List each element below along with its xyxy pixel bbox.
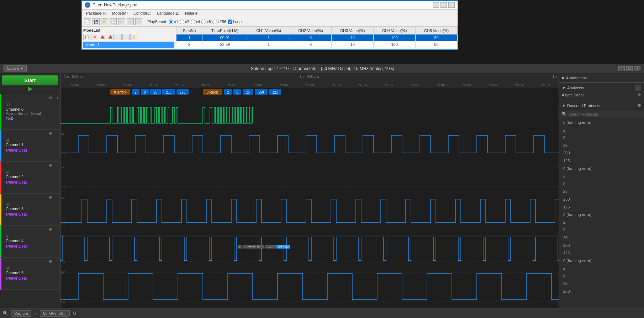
analyzers-label: Analyzers [567,86,584,90]
speed-x256-option[interactable]: x256 [212,20,226,24]
analyzers-section: ▼ Analyzers + Async Serial ⚙ [559,83,644,101]
channel-2-gear[interactable]: ⚙ [49,163,52,168]
channel-2-label: 02 Channel 2 PWM CH2 ⚙ [0,162,60,194]
pled-window: PLed-NewPackage.pmf – □ ✕ Package(F) Mod… [81,0,458,50]
channel-3-gear[interactable]: ⚙ [49,195,52,200]
mode-item[interactable]: Mode_1 [83,42,174,48]
loop-option[interactable]: Loop [228,20,242,24]
decoded-arrow: ▼ [562,104,566,108]
save-button[interactable]: 💾 [93,18,100,25]
channel-4-label: 04 Channel 4 PWM CH4 ⚙ [0,226,60,258]
list-item: 250 [559,288,644,296]
speed-x1-option[interactable]: x1 [169,20,178,24]
search-icon: 🔍 [562,112,567,116]
svg-text:250: 250 [258,90,264,94]
playspeed-label: PlaySpeed: [147,20,167,24]
channel-0-gear[interactable]: ⚙ [49,96,52,100]
ml-import-button[interactable]: 📥 [107,34,114,40]
channel-1-gear[interactable]: ⚙ [49,131,52,136]
menu-language[interactable]: Language(L) [154,10,182,16]
maximize-button[interactable]: □ [440,2,447,8]
ml-copy-button[interactable]: 📋 [83,34,90,40]
ml-export-button[interactable]: 📤 [99,34,106,40]
ml-up-button[interactable]: ↑ [115,34,122,40]
play-button[interactable]: ▶ [118,18,125,25]
col-ch5: CH5 Value(%) [416,27,458,35]
table-row[interactable]: 2 23:59 1 0 10 100 50 [176,41,458,48]
cell-time: 00:01 [202,35,248,41]
start-button[interactable]: Start [2,75,58,85]
channel-4-gear[interactable]: ⚙ [49,227,52,232]
analyzer-settings-icon[interactable]: ⚙ [638,92,641,97]
speed-x8-option[interactable]: x8 [201,20,211,24]
search-protocols-input[interactable] [568,112,641,116]
modelist-title: ModeList [83,28,174,32]
minimize-button[interactable]: – [433,2,439,8]
ml-fx-button[interactable]: ⚡ [130,34,137,40]
ml-delete-button[interactable]: ✕ [91,34,98,40]
pause-button[interactable]: ⏸ [135,18,142,25]
list-item: 25 [559,234,644,242]
speed-x4-option[interactable]: x4 [191,20,200,24]
saleae-minimize-button[interactable]: – [618,66,625,71]
open-button[interactable]: 📂 [101,18,108,25]
cell-ch3: 10 [332,41,374,48]
col-ch4: CH4 Value(%) [374,27,416,35]
svg-text:97.8 %: 97.8 % [279,245,288,249]
svg-text:2: 2 [134,90,136,94]
cell-ch1: 1 [248,41,290,48]
col-stepno: StepNo [176,27,202,35]
cell-ch4: 100 [374,35,416,41]
list-item: 2 [559,219,644,227]
channel-5-gear[interactable]: ⚙ [49,259,52,264]
close-button[interactable]: ✕ [448,2,455,8]
saleae-close-button[interactable]: ✕ [634,66,640,71]
cell-step: 2 [176,41,202,48]
saleae-body: Start ▶ 00 Channel 0 Async Serial - Seri… [0,73,644,317]
list-item: 125 [559,249,644,257]
stop-button[interactable]: ■ [127,18,134,25]
analyzers-header[interactable]: ▼ Analyzers + [562,85,641,91]
channel-labels: 00 Channel 0 Async Serial - Serial TXD ⚙… [0,94,60,317]
menu-control[interactable]: Control(C) [131,10,154,16]
channel-0-label: 00 Channel 0 Async Serial - Serial TXD ⚙… [0,94,60,130]
annotations-header[interactable]: ▶ Annotations [562,75,641,80]
clock-button[interactable]: 🕐 [110,18,117,25]
decoded-protocols-header: ▼ Decoded Protocols ⚙ [559,101,644,110]
ml-down-button[interactable]: ↓ [122,34,130,40]
channel-0-add[interactable]: + [57,96,59,100]
menu-mode[interactable]: Mode(M) [109,10,131,16]
pled-content: ModeList 📋 ✕ 📤 📥 ↑ ↓ ⚡ Mode_1 StepNo Tim… [82,27,458,49]
decoded-settings-icon[interactable]: ⚙ [638,103,641,108]
capture-button[interactable]: Capture [11,310,31,317]
saleae-maximize-button[interactable]: □ [626,66,633,71]
svg-text:528.2 Hz: 528.2 Hz [248,245,259,249]
speed-x2-option[interactable]: x2 [180,20,189,24]
svg-text:125: 125 [180,90,185,94]
add-analyzer-button[interactable]: + [635,85,641,91]
pled-menubar: Package(F) Mode(M) Control(C) Language(L… [82,10,458,17]
svg-text:250: 250 [166,90,171,94]
svg-text:125: 125 [272,90,278,94]
menu-help[interactable]: Help(H) [182,10,201,16]
settings-icon[interactable]: ⚙ [73,311,77,316]
list-item: 0 [559,272,644,280]
svg-text:0 (error): 0 (error) [207,90,218,94]
svg-text:0 (error): 0 (error) [114,90,126,94]
decoded-list: 0 (framing error) 2 0 25 250 125 0 (fram… [559,118,644,317]
saleae-window: Options ▼ Saleae Logic 1.2.10 – [Connect… [0,64,644,318]
cell-ch5: 50 [416,35,458,41]
col-timepoint: TimePoint(H:M) [202,27,248,35]
options-button[interactable]: Options ▼ [4,65,27,71]
list-item: 250 [559,196,644,203]
list-item: 2 [559,173,644,180]
col-ch3: CH3 Value(%) [332,27,374,35]
bottom-bar: 🔍 Capture ›› 50 MHz, 50... ⚙ [0,308,644,318]
table-row[interactable]: 1 00:01 1 0 10 100 50 [176,35,458,41]
list-item: 0 (framing error) [559,257,644,265]
list-item: 25 [559,188,644,196]
menu-package[interactable]: Package(F) [83,10,109,16]
waveform-svg: 0 (error) 2 0 25 250 125 0 (error) 2 [60,88,559,312]
new-button[interactable]: 📄 [84,18,91,25]
list-item: 0 [559,134,644,142]
